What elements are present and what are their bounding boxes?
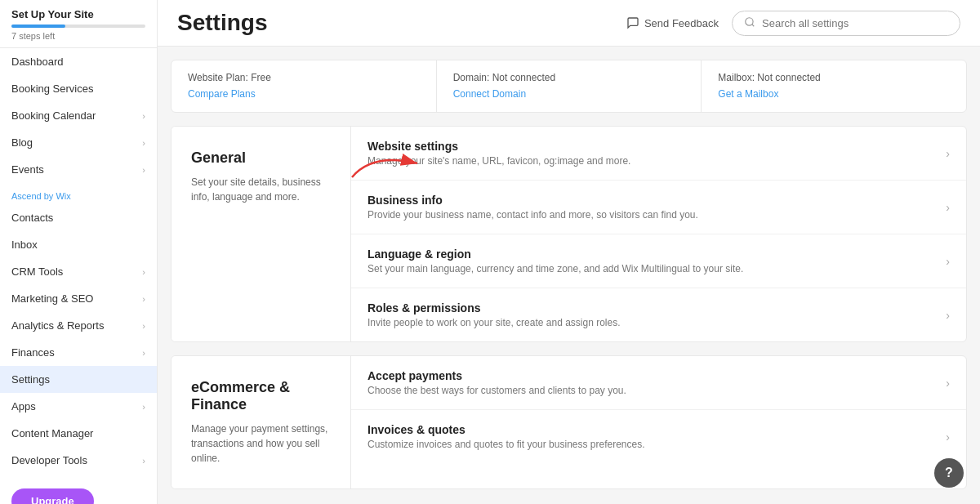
chevron-right-icon: › bbox=[946, 377, 950, 390]
language-region-title: Language & region bbox=[368, 248, 946, 261]
chevron-down-icon: › bbox=[142, 111, 145, 121]
chevron-down-icon: › bbox=[142, 456, 145, 466]
mailbox-label: Mailbox: Not connected bbox=[718, 72, 950, 83]
setup-banner: Set Up Your Site 7 steps left bbox=[0, 0, 157, 48]
website-settings-row[interactable]: Website settings Manage your site's name… bbox=[351, 127, 966, 181]
search-box[interactable] bbox=[732, 11, 960, 36]
website-settings-info: Website settings Manage your site's name… bbox=[368, 140, 946, 167]
chevron-down-icon: › bbox=[142, 294, 145, 304]
main-content: Settings Send Feedback Websit bbox=[158, 0, 980, 504]
language-region-info: Language & region Set your main language… bbox=[368, 248, 946, 274]
sidebar-item-events[interactable]: Events › bbox=[0, 156, 157, 183]
chevron-right-icon: › bbox=[946, 255, 950, 268]
language-region-subtitle: Set your main language, currency and tim… bbox=[368, 263, 946, 274]
page-title: Settings bbox=[177, 10, 267, 36]
accept-payments-row[interactable]: Accept payments Choose the best ways for… bbox=[351, 356, 966, 410]
header-right: Send Feedback bbox=[626, 11, 960, 36]
sidebar: Set Up Your Site 7 steps left Dashboard … bbox=[0, 0, 158, 504]
invoices-quotes-title: Invoices & quotes bbox=[368, 423, 946, 436]
chevron-right-icon: › bbox=[946, 201, 950, 214]
chevron-down-icon: › bbox=[142, 321, 145, 331]
chevron-right-icon: › bbox=[946, 309, 950, 322]
chevron-down-icon: › bbox=[142, 402, 145, 412]
info-bar: Website Plan: Free Compare Plans Domain:… bbox=[171, 60, 967, 113]
sidebar-item-dashboard[interactable]: Dashboard bbox=[0, 48, 157, 75]
main-header: Settings Send Feedback bbox=[158, 0, 980, 47]
search-input[interactable] bbox=[762, 17, 948, 29]
sidebar-item-contacts[interactable]: Contacts bbox=[0, 204, 157, 231]
chevron-down-icon: › bbox=[142, 138, 145, 148]
language-region-row[interactable]: Language & region Set your main language… bbox=[351, 234, 966, 288]
business-info-info: Business info Provide your business name… bbox=[368, 194, 946, 221]
connect-domain-link[interactable]: Connect Domain bbox=[453, 88, 526, 100]
info-bar-mailbox: Mailbox: Not connected Get a Mailbox bbox=[702, 60, 966, 112]
sidebar-item-analytics-reports[interactable]: Analytics & Reports › bbox=[0, 312, 157, 339]
business-info-subtitle: Provide your business name, contact info… bbox=[368, 209, 946, 221]
general-heading: General bbox=[191, 149, 331, 167]
sidebar-item-inbox[interactable]: Inbox bbox=[0, 231, 157, 258]
sidebar-item-developer-tools[interactable]: Developer Tools › bbox=[0, 447, 157, 474]
general-section-wrapper: General Set your site details, business … bbox=[171, 126, 967, 342]
chevron-right-icon: › bbox=[946, 430, 950, 444]
setup-steps: 7 steps left bbox=[11, 31, 145, 41]
general-desc: Set your site details, business info, la… bbox=[191, 175, 331, 204]
ecommerce-section-right: Accept payments Choose the best ways for… bbox=[351, 356, 966, 488]
chevron-right-icon: › bbox=[946, 147, 950, 160]
invoices-quotes-info: Invoices & quotes Customize invoices and… bbox=[368, 423, 946, 450]
svg-point-0 bbox=[746, 17, 753, 25]
sidebar-item-booking-calendar[interactable]: Booking Calendar › bbox=[0, 102, 157, 129]
info-bar-domain: Domain: Not connected Connect Domain bbox=[437, 60, 702, 112]
ecommerce-section-left: eCommerce & Finance Manage your payment … bbox=[172, 356, 351, 488]
sidebar-item-booking-services[interactable]: Booking Services bbox=[0, 75, 157, 102]
sidebar-item-apps[interactable]: Apps › bbox=[0, 393, 157, 420]
svg-line-1 bbox=[752, 24, 755, 26]
send-feedback-button[interactable]: Send Feedback bbox=[626, 16, 719, 29]
accept-payments-info: Accept payments Choose the best ways for… bbox=[368, 369, 946, 396]
invoices-quotes-row[interactable]: Invoices & quotes Customize invoices and… bbox=[351, 410, 966, 463]
sidebar-item-crm-tools[interactable]: CRM Tools › bbox=[0, 258, 157, 285]
chevron-down-icon: › bbox=[142, 267, 145, 277]
roles-permissions-title: Roles & permissions bbox=[368, 301, 946, 314]
roles-permissions-info: Roles & permissions Invite people to wor… bbox=[368, 301, 946, 328]
feedback-icon bbox=[626, 16, 639, 29]
accept-payments-title: Accept payments bbox=[368, 369, 946, 382]
website-settings-subtitle: Manage your site's name, URL, favicon, o… bbox=[368, 155, 946, 167]
sidebar-item-marketing-seo[interactable]: Marketing & SEO › bbox=[0, 285, 157, 312]
sidebar-item-content-manager[interactable]: Content Manager bbox=[0, 420, 157, 447]
roles-permissions-row[interactable]: Roles & permissions Invite people to wor… bbox=[351, 288, 966, 341]
get-mailbox-link[interactable]: Get a Mailbox bbox=[718, 88, 778, 100]
setup-progress-fill bbox=[11, 25, 65, 28]
ecommerce-heading: eCommerce & Finance bbox=[191, 379, 331, 413]
ecommerce-desc: Manage your payment settings, transactio… bbox=[191, 421, 331, 466]
chevron-down-icon: › bbox=[142, 348, 145, 358]
sidebar-item-settings[interactable]: Settings bbox=[0, 366, 157, 393]
info-bar-plan: Website Plan: Free Compare Plans bbox=[172, 60, 437, 112]
sidebar-item-finances[interactable]: Finances › bbox=[0, 339, 157, 366]
general-section-right: Website settings Manage your site's name… bbox=[351, 127, 966, 341]
ecommerce-section-card: eCommerce & Finance Manage your payment … bbox=[171, 355, 967, 489]
domain-label: Domain: Not connected bbox=[453, 72, 685, 83]
upgrade-button[interactable]: Upgrade bbox=[11, 488, 94, 504]
compare-plans-link[interactable]: Compare Plans bbox=[188, 88, 256, 100]
send-feedback-label: Send Feedback bbox=[644, 17, 719, 29]
plan-label: Website Plan: Free bbox=[188, 72, 420, 83]
business-info-title: Business info bbox=[368, 194, 946, 207]
help-button[interactable]: ? bbox=[934, 458, 964, 488]
roles-permissions-subtitle: Invite people to work on your site, crea… bbox=[368, 317, 946, 328]
setup-title: Set Up Your Site bbox=[11, 8, 145, 20]
invoices-quotes-subtitle: Customize invoices and quotes to fit you… bbox=[368, 439, 946, 450]
business-info-row[interactable]: Business info Provide your business name… bbox=[351, 181, 966, 234]
ascend-section-label: Ascend by Wix bbox=[0, 183, 157, 204]
website-settings-title: Website settings bbox=[368, 140, 946, 153]
search-icon bbox=[744, 16, 755, 30]
sidebar-item-blog[interactable]: Blog › bbox=[0, 129, 157, 156]
chevron-down-icon: › bbox=[142, 165, 145, 175]
setup-progress-bar bbox=[11, 25, 145, 28]
general-section-card: General Set your site details, business … bbox=[171, 126, 967, 342]
accept-payments-subtitle: Choose the best ways for customers and c… bbox=[368, 385, 946, 396]
general-section-left: General Set your site details, business … bbox=[172, 127, 351, 341]
